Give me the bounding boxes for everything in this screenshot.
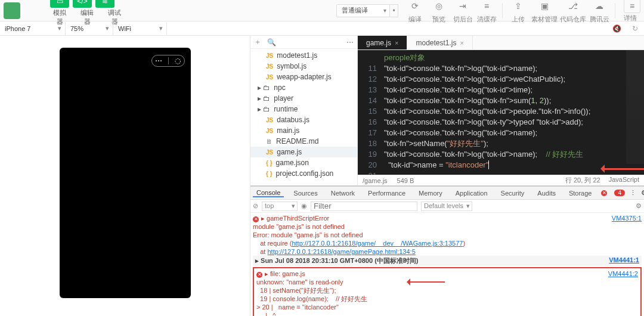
tree-item-game-js[interactable]: JSgame.js [250, 147, 357, 157]
capsule-close-icon[interactable]: ◌ [175, 57, 181, 65]
tree-item-main-js[interactable]: JSmain.js [250, 125, 357, 136]
code-area[interactable]: 1112131415161718192021 perople对象"tok-id"… [358, 50, 644, 175]
close-icon[interactable]: × [395, 39, 398, 47]
devtools-tab-audits[interactable]: Audits [534, 190, 559, 197]
context-select[interactable]: top [262, 202, 298, 211]
tree-search-icon[interactable]: 🔍 [267, 38, 276, 47]
clear-cache-button[interactable]: ≡ [476, 0, 497, 14]
devtools-tab-application[interactable]: Application [452, 190, 491, 197]
annotation-arrow-code [596, 165, 644, 173]
upload-button[interactable]: ⇪ [507, 0, 529, 14]
log1-l2: Error: module "game.js" is not defined [253, 231, 642, 239]
tree-item-label: player [274, 94, 293, 103]
tree-item-label: README.md [276, 137, 318, 145]
timestamp-row: Sun Jul 08 2018 20:31:10 GMT+0800 (中国标准时… [261, 257, 418, 264]
capsule[interactable]: ⋯ ◌ [151, 55, 185, 67]
log2-src[interactable]: VM4441:2 [608, 270, 638, 277]
zoom-select[interactable]: 75% [66, 22, 113, 35]
editor-button[interactable]: </> [73, 0, 92, 8]
phone-screen[interactable]: ⋯ ◌ [60, 48, 191, 298]
mute-icon[interactable]: 🔇 [608, 24, 626, 33]
log1-title: gameThirdScriptError [267, 215, 329, 222]
simulator-button[interactable]: ▭ [50, 0, 69, 8]
log2-caret: | ^ [256, 311, 638, 316]
log1-source-link[interactable]: VM4375:1 [612, 215, 642, 222]
timestamp-src[interactable]: VM4441:1 [609, 256, 639, 264]
log2-l19: 19 | console.log(name); // 好好先生 [256, 295, 638, 303]
folder-icon: ▸ 🗀 [258, 83, 270, 92]
device-select[interactable]: iPhone 7 [0, 22, 66, 35]
console-settings-icon[interactable]: ⚙ [636, 202, 642, 210]
js-icon: JS [266, 117, 273, 123]
material-button[interactable]: ▣ [534, 0, 555, 14]
js-icon: JS [266, 149, 273, 156]
status-size: 549 B [397, 177, 414, 184]
close-icon[interactable]: × [460, 39, 464, 47]
project-avatar[interactable] [4, 2, 20, 19]
network-select[interactable]: WiFi [113, 22, 167, 35]
log1-l4-link[interactable]: http://127.0.0.1:21618/game/gamePage.htm… [267, 248, 415, 255]
devtools-tab-sources[interactable]: Sources [290, 190, 321, 197]
js-icon: JS [266, 63, 273, 70]
devtools-tab-console[interactable]: Console [253, 189, 284, 197]
log2-msg: unknown: "name" is read-only [256, 278, 638, 286]
tree-item-modetest1-js[interactable]: JSmodetest1.js [250, 50, 357, 61]
devtools-tab-memory[interactable]: Memory [415, 190, 446, 197]
simulator-panel: ⋯ ◌ [0, 36, 250, 316]
cloud-button[interactable]: ☁ [589, 0, 610, 14]
devtools-settings-icon[interactable]: ⋮ [630, 189, 636, 197]
top-toolbar: ▭ </> ≋ 模拟器 编辑器 调试器 普通编译 • ⟳编译 ◎预览 ⇥切后台 … [0, 0, 644, 21]
background-button[interactable]: ⇥ [452, 0, 473, 14]
tree-item-symbol-js[interactable]: JSsymbol.js [250, 61, 357, 72]
tree-item-label: modetest1.js [277, 51, 317, 60]
clear-console-icon[interactable]: ⊘ [253, 202, 258, 210]
status-path: /game.js [363, 177, 388, 184]
compile-button[interactable]: ⟳ [404, 0, 426, 14]
device-row: iPhone 7 75% WiFi 🔇 ↻ [0, 21, 644, 36]
console-filter-input[interactable] [311, 202, 417, 211]
devtools-tab-performance[interactable]: Performance [364, 190, 409, 197]
detail-button[interactable]: ≡ [624, 0, 640, 13]
tree-more-icon[interactable]: ⋯ [346, 38, 354, 47]
js-icon: JS [266, 52, 273, 59]
device-value: iPhone 7 [5, 25, 30, 32]
tree-item-README-md[interactable]: 🗎README.md [250, 136, 357, 147]
editor-tab-game-js[interactable]: game.js× [358, 36, 407, 49]
tree-item-label: project.config.json [276, 169, 334, 178]
compile-mode-select[interactable]: 普通编译 [336, 4, 390, 17]
tree-item-label: runtime [274, 105, 298, 113]
error-count-badge[interactable]: 4 [614, 190, 625, 196]
repo-button[interactable]: ⎇ [562, 0, 584, 14]
eye-icon[interactable]: ◉ [301, 202, 307, 210]
zoom-value: 75% [70, 25, 83, 32]
js-icon: JS [266, 128, 273, 134]
minimap[interactable] [626, 50, 644, 164]
devtools-gear-icon[interactable]: ⚙ [641, 189, 644, 197]
debugger-button[interactable]: ≋ [95, 0, 114, 8]
compile-mode-dropdown-icon[interactable]: • [390, 4, 398, 17]
capsule-menu-icon[interactable]: ⋯ [155, 57, 162, 65]
console-body[interactable]: ✕▸ gameThirdScriptErrorVM4375:1 module "… [250, 213, 644, 316]
tree-item-project-config-json[interactable]: { }project.config.json [250, 168, 357, 179]
devtools-tab-network[interactable]: Network [327, 190, 358, 197]
log2-l18: 18 | setName("好好先生"); [256, 286, 638, 295]
log1-l3-link[interactable]: http://127.0.0.1:21618/game/__dev__/WAGa… [292, 240, 463, 247]
tree-item-npc[interactable]: ▸ 🗀npc [250, 82, 357, 93]
tree-item-player[interactable]: ▸ 🗀player [250, 93, 357, 104]
tree-item-databus-js[interactable]: JSdatabus.js [250, 114, 357, 125]
tree-item-label: weapp-adapter.js [277, 73, 331, 81]
rotate-icon[interactable]: ↻ [626, 24, 644, 33]
tree-item-game-json[interactable]: { }game.json [250, 157, 357, 168]
preview-button[interactable]: ◎ [428, 0, 450, 14]
editor-tab-modetest1-js[interactable]: modetest1.js× [407, 36, 472, 49]
folder-icon: ▸ 🗀 [258, 94, 270, 103]
devtools-tab-security[interactable]: Security [497, 190, 528, 197]
tree-add-icon[interactable]: ＋ [254, 37, 261, 47]
log-levels-select[interactable]: Default levels [421, 202, 472, 211]
devtools-tab-storage[interactable]: Storage [565, 190, 596, 197]
tab-label: game.js [366, 39, 391, 47]
log1-l1: module "game.js" is not defined [253, 222, 642, 231]
tree-item-weapp-adapter-js[interactable]: JSweapp-adapter.js [250, 72, 357, 82]
tree-item-runtime[interactable]: ▸ 🗀runtime [250, 104, 357, 114]
error-highlight-box: ✕▸ file: game.jsVM4441:2 unknown: "name"… [253, 267, 642, 316]
